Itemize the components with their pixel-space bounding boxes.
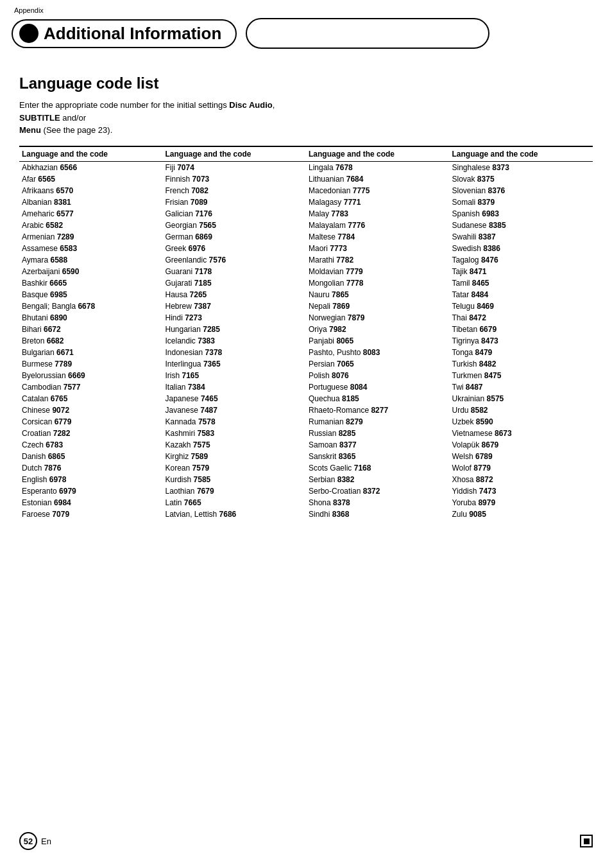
- table-row: Basque 6985Hausa 7265Nauru 7865Tatar 848…: [19, 289, 593, 300]
- table-cell: Hausa 7265: [163, 289, 307, 300]
- column-header-2: Language and the code: [306, 146, 450, 162]
- table-cell: Bhutani 6890: [19, 312, 163, 324]
- page-title: Additional Information: [44, 24, 221, 44]
- column-header-3: Language and the code: [450, 146, 593, 162]
- table-cell: Assamese 6583: [19, 243, 163, 254]
- table-row: Byelorussian 6669Irish 7165Polish 8076Tu…: [19, 370, 593, 381]
- table-cell: Finnish 7073: [163, 173, 307, 185]
- table-cell: Persian 7065: [306, 358, 450, 370]
- table-cell: Marathi 7782: [306, 254, 450, 266]
- table-cell: Twi 8487: [450, 381, 593, 393]
- table-cell: Slovak 8375: [450, 173, 593, 185]
- table-cell: Nepali 7869: [306, 300, 450, 312]
- table-cell: Somali 8379: [450, 196, 593, 208]
- table-cell: Oriya 7982: [306, 324, 450, 335]
- table-cell: Serbian 8382: [306, 474, 450, 485]
- table-cell: Pashto, Pushto 8083: [306, 347, 450, 358]
- table-row: Estonian 6984Latin 7665Shona 8378Yoruba …: [19, 497, 593, 508]
- table-cell: Faroese 7079: [19, 508, 163, 520]
- table-cell: Albanian 8381: [19, 196, 163, 208]
- table-cell: Kirghiz 7589: [163, 451, 307, 462]
- table-cell: Japanese 7465: [163, 393, 307, 404]
- table-cell: Portuguese 8084: [306, 381, 450, 393]
- table-cell: Thai 8472: [450, 312, 593, 324]
- table-cell: Latvian, Lettish 7686: [163, 508, 307, 520]
- table-cell: Kurdish 7585: [163, 474, 307, 485]
- table-cell: Gujarati 7185: [163, 277, 307, 289]
- table-cell: Arabic 6582: [19, 220, 163, 231]
- table-cell: Hindi 7273: [163, 312, 307, 324]
- table-cell: Malay 7783: [306, 208, 450, 220]
- table-cell: Interlingua 7365: [163, 358, 307, 370]
- table-cell: Tatar 8484: [450, 289, 593, 300]
- footer: 52 En: [0, 827, 612, 855]
- table-cell: Basque 6985: [19, 289, 163, 300]
- table-cell: Dutch 7876: [19, 462, 163, 474]
- table-cell: Scots Gaelic 7168: [306, 462, 450, 474]
- table-row: Danish 6865Kirghiz 7589Sanskrit 8365Wels…: [19, 451, 593, 462]
- table-cell: Maltese 7784: [306, 231, 450, 243]
- table-row: English 6978Kurdish 7585Serbian 8382Xhos…: [19, 474, 593, 485]
- stop-icon: [580, 835, 593, 847]
- main-content: Language code list Enter the appropriate…: [0, 51, 612, 539]
- table-cell: Rumanian 8279: [306, 416, 450, 428]
- table-cell: French 7082: [163, 185, 307, 196]
- table-cell: Malayalam 7776: [306, 220, 450, 231]
- table-cell: Latin 7665: [163, 497, 307, 508]
- table-cell: Indonesian 7378: [163, 347, 307, 358]
- table-cell: Byelorussian 6669: [19, 370, 163, 381]
- table-cell: Yoruba 8979: [450, 497, 593, 508]
- table-row: Faroese 7079Latvian, Lettish 7686Sindhi …: [19, 508, 593, 520]
- table-cell: Panjabi 8065: [306, 335, 450, 347]
- table-cell: Sindhi 8368: [306, 508, 450, 520]
- intro-paragraph: Enter the appropriate code number for th…: [19, 99, 289, 137]
- table-row: Catalan 6765Japanese 7465Quechua 8185Ukr…: [19, 393, 593, 404]
- table-row: Czech 6783Kazakh 7575Samoan 8377Volapük …: [19, 439, 593, 451]
- table-cell: Estonian 6984: [19, 497, 163, 508]
- page-number-area: 52 En: [19, 832, 51, 850]
- table-cell: Lingala 7678: [306, 161, 450, 173]
- table-row: Bihari 6672Hungarian 7285Oriya 7982Tibet…: [19, 324, 593, 335]
- table-cell: Kazakh 7575: [163, 439, 307, 451]
- table-cell: Tagalog 8476: [450, 254, 593, 266]
- table-cell: Greenlandic 7576: [163, 254, 307, 266]
- table-cell: Javanese 7487: [163, 404, 307, 416]
- table-cell: Tajik 8471: [450, 266, 593, 277]
- table-cell: Samoan 8377: [306, 439, 450, 451]
- table-cell: Chinese 9072: [19, 404, 163, 416]
- table-cell: Zulu 9085: [450, 508, 593, 520]
- table-cell: Greek 6976: [163, 243, 307, 254]
- table-cell: Esperanto 6979: [19, 485, 163, 497]
- table-cell: Telugu 8469: [450, 300, 593, 312]
- table-cell: Turkish 8482: [450, 358, 593, 370]
- table-row: Afar 6565Finnish 7073Lithuanian 7684Slov…: [19, 173, 593, 185]
- table-cell: Slovenian 8376: [450, 185, 593, 196]
- table-cell: Afrikaans 6570: [19, 185, 163, 196]
- section-title: Language code list: [19, 74, 593, 92]
- table-cell: Sanskrit 8365: [306, 451, 450, 462]
- table-cell: Ameharic 6577: [19, 208, 163, 220]
- table-cell: Quechua 8185: [306, 393, 450, 404]
- table-cell: Tibetan 6679: [450, 324, 593, 335]
- table-cell: Polish 8076: [306, 370, 450, 381]
- table-cell: Bashkir 6665: [19, 277, 163, 289]
- table-cell: Czech 6783: [19, 439, 163, 451]
- right-pill-decoration: [246, 18, 489, 49]
- table-row: Croatian 7282Kashmiri 7583Russian 8285Vi…: [19, 428, 593, 439]
- table-row: Assamese 6583Greek 6976Maori 7773Swedish…: [19, 243, 593, 254]
- table-cell: Bulgarian 6671: [19, 347, 163, 358]
- table-cell: Rhaeto-Romance 8277: [306, 404, 450, 416]
- table-row: Bengali; Bangla 6678Hebrew 7387Nepali 78…: [19, 300, 593, 312]
- table-cell: Aymara 6588: [19, 254, 163, 266]
- table-row: Cambodian 7577Italian 7384Portuguese 808…: [19, 381, 593, 393]
- table-cell: Malagasy 7771: [306, 196, 450, 208]
- table-row: Breton 6682Icelandic 7383Panjabi 8065Tig…: [19, 335, 593, 347]
- table-cell: Armenian 7289: [19, 231, 163, 243]
- table-row: Bhutani 6890Hindi 7273Norwegian 7879Thai…: [19, 312, 593, 324]
- table-cell: Galician 7176: [163, 208, 307, 220]
- language-table: Language and the codeLanguage and the co…: [19, 146, 593, 520]
- table-cell: Yiddish 7473: [450, 485, 593, 497]
- table-cell: Azerbaijani 6590: [19, 266, 163, 277]
- table-row: Chinese 9072Javanese 7487Rhaeto-Romance …: [19, 404, 593, 416]
- table-cell: Hungarian 7285: [163, 324, 307, 335]
